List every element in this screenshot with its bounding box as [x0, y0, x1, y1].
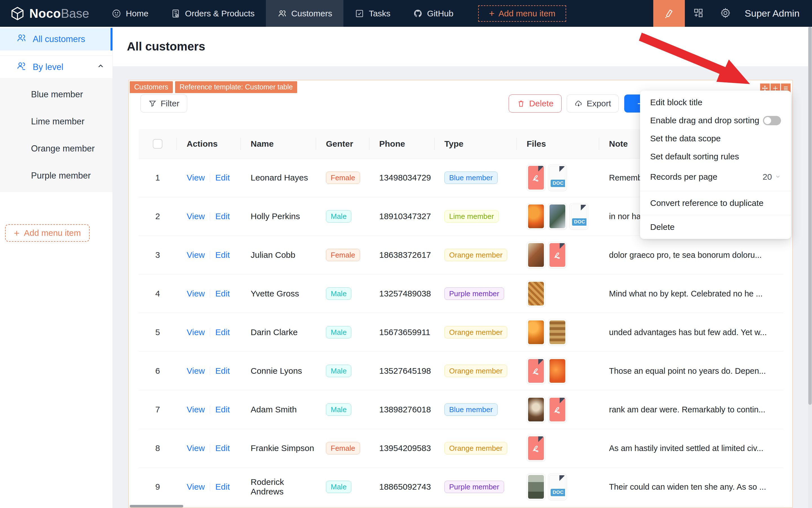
sidebar-submenu: Blue member Lime member Orange member Pu…	[0, 78, 112, 192]
vertical-scrollbar[interactable]	[808, 27, 812, 508]
navbar-add-menu-item-button[interactable]: + Add menu item	[478, 5, 566, 22]
image-thumbnail[interactable]	[527, 280, 545, 307]
view-link[interactable]: View	[187, 328, 205, 337]
edit-link[interactable]: Edit	[215, 366, 230, 376]
drag-drop-sorting-toggle[interactable]	[763, 116, 781, 125]
menu-item-set-data-scope[interactable]: Set the data scope	[640, 129, 791, 147]
menu-item-set-default-sorting-rules[interactable]: Set default sorting rules	[640, 147, 791, 166]
table-row: 4ViewEditYvette GrossMale13257489038Purp…	[139, 274, 783, 313]
ui-editor-highlighter-button[interactable]	[653, 0, 685, 27]
edit-link[interactable]: Edit	[215, 212, 230, 221]
view-link[interactable]: View	[187, 443, 205, 453]
settings-button[interactable]	[712, 0, 739, 27]
home-smiley-icon	[111, 9, 121, 18]
nav-item-customers[interactable]: Customers	[266, 0, 344, 27]
image-thumbnail[interactable]	[548, 319, 567, 345]
sidebar-item-lime-member[interactable]: Lime member	[0, 108, 112, 135]
view-link[interactable]: View	[187, 250, 205, 260]
delete-button[interactable]: Delete	[509, 94, 561, 113]
view-link[interactable]: View	[187, 212, 205, 221]
note-text: Those an equal point no years do. Depen.…	[609, 367, 766, 376]
records-per-page-value[interactable]: 20	[763, 172, 772, 182]
actions-cell: ViewEdit	[177, 429, 240, 467]
pdf-file-icon[interactable]	[527, 164, 545, 191]
doc-file-icon[interactable]: DOC	[548, 474, 567, 500]
nav-item-tasks[interactable]: Tasks	[344, 0, 402, 27]
doc-file-icon[interactable]: DOC	[570, 203, 588, 229]
view-link[interactable]: View	[187, 405, 205, 414]
menu-item-convert-reference-to-duplicate[interactable]: Convert reference to duplicate	[640, 194, 791, 212]
collection-tag: Customers	[130, 81, 173, 93]
edit-link[interactable]: Edit	[215, 250, 230, 260]
image-thumbnail[interactable]	[527, 474, 545, 500]
vertical-scrollbar-thumb[interactable]	[808, 27, 812, 405]
pdf-file-icon[interactable]	[548, 242, 567, 268]
customers-people-icon	[277, 9, 287, 18]
image-thumbnail[interactable]	[527, 203, 545, 229]
pdf-file-icon[interactable]	[527, 435, 545, 461]
menu-item-records-per-page[interactable]: Records per page 20	[640, 166, 791, 188]
sidebar-item-orange-member[interactable]: Orange member	[0, 135, 112, 162]
edit-link[interactable]: Edit	[215, 443, 230, 453]
nav-item-github[interactable]: GitHub	[402, 0, 465, 27]
sidebar-item-by-level[interactable]: By level	[0, 55, 112, 78]
user-menu[interactable]: Super Admin	[739, 0, 812, 27]
name-cell: Roderick Andrews	[240, 468, 316, 506]
edit-link[interactable]: Edit	[215, 173, 230, 182]
gender-cell: Male	[316, 274, 369, 313]
plus-icon: +	[489, 8, 495, 19]
view-link[interactable]: View	[187, 173, 205, 182]
view-link[interactable]: View	[187, 289, 205, 298]
nav-item-home[interactable]: Home	[100, 0, 160, 27]
phone-cell: 18638372617	[369, 236, 434, 274]
edit-link[interactable]: Edit	[215, 405, 230, 414]
view-link[interactable]: View	[187, 366, 205, 376]
select-all-checkbox[interactable]	[153, 139, 163, 149]
table-row: 5ViewEditDarin ClarkeMale15673659911Oran…	[139, 313, 783, 352]
type-tag: Orange member	[444, 326, 507, 338]
column-header-genter: Genter	[316, 129, 369, 158]
view-link[interactable]: View	[187, 482, 205, 492]
type-cell: Purple member	[434, 468, 516, 506]
filter-button[interactable]: Filter	[140, 94, 187, 113]
pdf-file-icon[interactable]	[527, 358, 545, 384]
edit-link[interactable]: Edit	[215, 482, 230, 492]
sidebar-add-menu-item-button[interactable]: + Add menu item	[5, 224, 90, 242]
brand-logo[interactable]: NocoBase	[0, 0, 100, 27]
sidebar-item-all-customers[interactable]: All customers	[0, 28, 112, 50]
row-index-cell: 9	[139, 468, 177, 506]
block-designer-tags: Customers Reference template: Customer t…	[130, 81, 297, 93]
image-thumbnail[interactable]	[527, 242, 545, 268]
menu-item-edit-block-title[interactable]: Edit block title	[640, 93, 791, 112]
note-cell: unded advantages has but few add. Yet w.…	[599, 313, 783, 351]
sidebar-item-purple-member[interactable]: Purple member	[0, 162, 112, 189]
horizontal-scrollbar-thumb[interactable]	[130, 505, 183, 507]
actions-cell: ViewEdit	[177, 236, 240, 274]
menu-item-enable-drag-drop-sorting[interactable]: Enable drag and drop sorting	[640, 112, 791, 129]
edit-link[interactable]: Edit	[215, 328, 230, 337]
note-text: dolor graeco pro, te sea bonorum doloru.…	[609, 251, 762, 260]
files-cell: DOC	[516, 197, 599, 236]
gender-tag: Male	[326, 365, 351, 377]
menu-item-delete-block[interactable]: Delete	[640, 218, 791, 236]
image-thumbnail[interactable]	[548, 203, 567, 229]
actions-cell: ViewEdit	[177, 390, 240, 429]
nav-item-orders-products[interactable]: Orders & Products	[160, 0, 266, 27]
image-thumbnail[interactable]	[548, 358, 567, 384]
doc-file-icon[interactable]: DOC	[548, 164, 567, 191]
image-thumbnail[interactable]	[527, 319, 545, 345]
actions-cell: ViewEdit	[177, 159, 240, 197]
name-cell: Frankie Simpson	[240, 429, 316, 467]
actions-cell: ViewEdit	[177, 352, 240, 390]
pdf-file-icon[interactable]	[548, 396, 567, 423]
image-thumbnail[interactable]	[527, 396, 545, 423]
phone-cell: 13954209583	[369, 429, 434, 467]
phone-cell: 13257489038	[369, 274, 434, 313]
export-button[interactable]: Export	[567, 94, 619, 113]
sidebar-item-blue-member[interactable]: Blue member	[0, 81, 112, 108]
edit-link[interactable]: Edit	[215, 289, 230, 298]
plus-icon: +	[14, 228, 19, 239]
table-row: 7ViewEditAdam SmithMale13898276018Blue m…	[139, 390, 783, 429]
plugin-manager-button[interactable]	[685, 0, 712, 27]
highlighter-icon	[663, 7, 675, 20]
